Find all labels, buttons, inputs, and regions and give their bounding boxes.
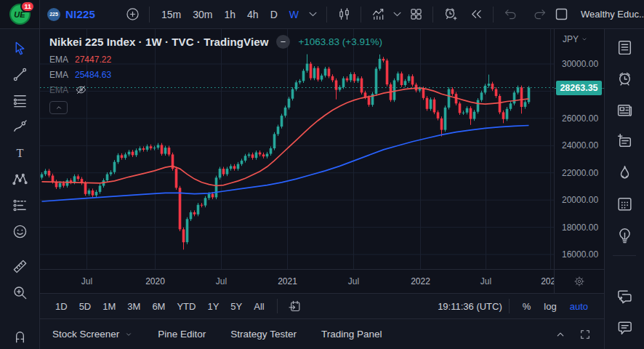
currency-label[interactable]: JPY — [563, 34, 588, 44]
brush-tool[interactable] — [7, 113, 33, 140]
timeframe-button-30m[interactable]: 30m — [187, 7, 218, 23]
timeframe-button-15m[interactable]: 15m — [156, 7, 187, 23]
scale-button-log[interactable]: log — [537, 299, 563, 314]
indicators-button[interactable] — [367, 4, 389, 25]
fullscreen-button[interactable] — [579, 328, 592, 341]
text-tool-tool[interactable]: T — [7, 140, 33, 166]
axis-settings-corner[interactable] — [554, 270, 604, 293]
tab-pine-editor[interactable]: Pine Editor — [158, 329, 206, 340]
compare-add-button[interactable] — [121, 4, 143, 25]
watchlist-icon — [616, 39, 634, 57]
ruler-tool[interactable] — [7, 253, 33, 279]
indicators-menu-button[interactable] — [389, 4, 405, 25]
indicator-row[interactable]: EMA27447.22 — [49, 55, 382, 64]
timeframe-button-d[interactable]: D — [265, 7, 283, 23]
indicator-row[interactable]: EMA25484.63 — [49, 70, 382, 79]
emoji-icon — [12, 223, 28, 240]
hotlist-button[interactable] — [609, 157, 640, 188]
range-button-1d[interactable]: 1D — [49, 299, 73, 314]
candles-icon — [337, 7, 352, 22]
calendar-button[interactable] — [609, 188, 640, 220]
alert-button[interactable] — [609, 63, 640, 95]
price-tick-label: 24000.00 — [562, 140, 598, 151]
tab-stock-screener[interactable]: Stock Screener — [52, 329, 133, 340]
tradingview-app: UE 11 225 NI225 15m30m1h4hDW Wealthy — [0, 0, 644, 349]
indicator-label: EMA — [49, 70, 68, 80]
tab-label: Strategy Tester — [230, 329, 297, 340]
notes-button[interactable] — [609, 126, 640, 157]
timeframe-menu-button[interactable] — [305, 4, 321, 25]
account-name[interactable]: Wealthy Educ... — [581, 9, 644, 20]
redo-button[interactable] — [528, 4, 550, 25]
scale-button-percent[interactable]: % — [516, 299, 538, 314]
tab-strategy-tester[interactable]: Strategy Tester — [230, 329, 297, 340]
bottom-panel-controls — [554, 328, 592, 341]
indicator-label: EMA — [49, 55, 68, 65]
zoom-in-tool[interactable] — [7, 279, 33, 305]
timeframe-button-4h[interactable]: 4h — [241, 7, 265, 23]
range-button-ytd[interactable]: YTD — [171, 299, 201, 314]
bar-replay-button[interactable] — [465, 4, 487, 25]
range-button-5y[interactable]: 5Y — [225, 299, 248, 314]
range-button-6m[interactable]: 6M — [146, 299, 171, 314]
legend-minimize-button[interactable] — [276, 35, 290, 49]
timeframe-button-1h[interactable]: 1h — [219, 7, 242, 23]
cursor-tool[interactable] — [7, 35, 33, 61]
undo-button[interactable] — [499, 4, 521, 25]
replay-icon — [469, 7, 484, 22]
news-button[interactable] — [609, 95, 640, 126]
time-axis[interactable]: Jul2020Jul2021Jul2022Jul2023 — [40, 269, 604, 293]
checkbox-icon — [554, 7, 569, 22]
range-button-3m[interactable]: 3M — [121, 299, 146, 314]
go-to-date-button[interactable] — [284, 295, 306, 317]
trend-line-tool[interactable] — [7, 61, 33, 87]
price-tick-label: 26000.00 — [562, 113, 598, 124]
range-button-1y[interactable]: 1Y — [201, 299, 225, 314]
emoji-tool[interactable] — [7, 218, 33, 244]
plus-icon — [125, 7, 140, 22]
magnet-tool[interactable] — [7, 323, 33, 349]
logo-cell[interactable]: UE 11 — [0, 0, 40, 28]
account-section: Wealthy Educ... — [550, 4, 644, 25]
last-price-badge: 28263.35 — [556, 81, 602, 95]
range-button-all[interactable]: All — [248, 299, 270, 314]
scale-button-auto[interactable]: auto — [563, 299, 595, 314]
tool-group: T — [7, 35, 33, 244]
clock[interactable]: 19:11:36 (UTC) — [438, 301, 502, 312]
legend-collapse-button[interactable] — [49, 101, 68, 114]
right-tool-group-top — [609, 32, 640, 251]
help-button[interactable] — [609, 343, 640, 349]
trend-line-icon — [12, 66, 28, 83]
indicator-value: 25484.63 — [75, 70, 111, 80]
timeframe-button-w[interactable]: W — [283, 7, 305, 23]
create-alert-button[interactable] — [439, 4, 461, 25]
chat-button[interactable] — [609, 312, 640, 343]
price-axis[interactable]: JPY 30000.0026000.0024000.0022000.002000… — [554, 29, 604, 269]
forecast-tool[interactable] — [7, 192, 33, 218]
watchlist-button[interactable] — [609, 32, 640, 63]
toolbar-separator — [432, 7, 433, 23]
indicator-row[interactable]: EMA — [49, 85, 382, 95]
top-toolbar: UE 11 225 NI225 15m30m1h4hDW Wealthy — [0, 0, 644, 29]
fib-retracement-tool[interactable] — [7, 87, 33, 113]
chart-pane[interactable]: Nikkei 225 Index · 1W · TVC · TradingVie… — [40, 29, 554, 269]
range-button-5d[interactable]: 5D — [73, 299, 97, 314]
eye-off-icon[interactable] — [75, 84, 87, 96]
chart-title[interactable]: Nikkei 225 Index · 1W · TVC · TradingVie… — [49, 36, 268, 48]
chats-button[interactable] — [609, 281, 640, 312]
range-button-1m[interactable]: 1M — [97, 299, 121, 314]
price-tick-label: 16000.00 — [562, 249, 598, 260]
symbol-search-button[interactable]: NI225 — [65, 8, 95, 20]
xabcd-pattern-tool[interactable] — [7, 166, 33, 192]
checkbox[interactable] — [550, 4, 572, 25]
right-toolbar — [604, 29, 644, 349]
tab-trading-panel[interactable]: Trading Panel — [321, 329, 382, 340]
time-tick-label: 2022 — [411, 276, 430, 286]
panel-expand-button[interactable] — [554, 328, 567, 341]
svg-text:T: T — [16, 145, 23, 159]
timeframe-group: 15m30m1h4hDW — [156, 7, 305, 23]
chart-style-button[interactable] — [333, 4, 355, 25]
layout-grid-button[interactable] — [405, 4, 427, 25]
chart-area: Nikkei 225 Index · 1W · TVC · TradingVie… — [40, 29, 604, 269]
ideas-button[interactable] — [609, 220, 640, 251]
